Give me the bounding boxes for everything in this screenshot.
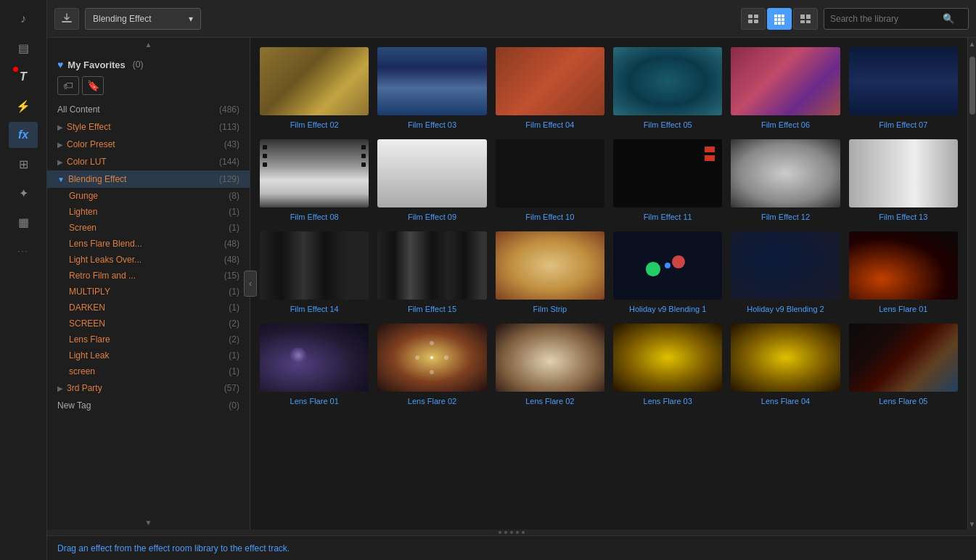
nav-new-tag[interactable]: New Tag (0) <box>47 397 250 414</box>
large-grid-view-button[interactable] <box>793 8 818 30</box>
effect-item-film03[interactable]: Film Effect 03 <box>375 45 488 133</box>
effect-item-lens_flare05[interactable]: Lens Flare 05 <box>847 321 960 409</box>
effect-item-lens_flare01a[interactable]: Lens Flare 01 <box>847 229 960 317</box>
effect-item-holiday_v9_1[interactable]: Holiday v9 Blending 1 <box>611 229 724 317</box>
svg-rect-1 <box>748 15 752 18</box>
effect-item-film04[interactable]: Film Effect 04 <box>493 45 607 133</box>
nav-screen3-count: (1) <box>229 366 239 376</box>
nav-style-effect[interactable]: ▶ Style Effect (113) <box>47 118 250 136</box>
scroll-up-arrow[interactable]: ▲ <box>968 38 976 49</box>
svg-rect-14 <box>800 15 805 19</box>
effect-item-lens_flare03[interactable]: Lens Flare 03 <box>611 321 724 409</box>
effect-item-film09[interactable]: Film Effect 09 <box>375 137 488 225</box>
nav-screen3[interactable]: screen (1) <box>47 363 250 379</box>
effect-item-film11[interactable]: Film Effect 11 <box>611 137 724 225</box>
text-icon[interactable]: T <box>9 64 38 90</box>
effect-label-film13: Film Effect 13 <box>879 211 927 223</box>
table-icon[interactable]: ▦ <box>9 209 38 235</box>
nav-color-preset[interactable]: ▶ Color Preset (43) <box>47 136 250 153</box>
nav-grunge[interactable]: Grunge (8) <box>47 188 250 204</box>
nav-all-content[interactable]: All Content (486) <box>47 101 250 118</box>
nav-retro-film[interactable]: Retro Film and ... (15) <box>47 268 250 284</box>
effect-label-holiday_v9_2: Holiday v9 Blending 2 <box>747 303 824 315</box>
nav-lens-flare-blend[interactable]: Lens Flare Blend... (48) <box>47 236 250 252</box>
scroll-thumb[interactable] <box>969 57 975 115</box>
nav-multiply[interactable]: MULTIPLY (1) <box>47 284 250 300</box>
effect-label-film06: Film Effect 06 <box>761 119 810 131</box>
effect-thumb-holiday_v9_1 <box>613 231 722 300</box>
tag-icon-btn[interactable]: 🏷 <box>57 76 79 95</box>
search-icon[interactable]: 🔍 <box>943 13 954 24</box>
grid-effects-icon[interactable]: ⊞ <box>9 151 38 177</box>
effect-label-film02: Film Effect 02 <box>290 119 339 131</box>
more-icon[interactable]: ··· <box>9 238 38 264</box>
effect-thumb-lens_flare02a <box>377 324 486 392</box>
effect-type-dropdown[interactable]: Blending Effect ▾ <box>85 8 201 30</box>
effect-thumb-filmstrip <box>496 231 604 300</box>
nav-color-lut[interactable]: ▶ Color LUT (144) <box>47 153 250 170</box>
scroll-track[interactable] <box>968 49 976 518</box>
effect-item-lens_flare04[interactable]: Lens Flare 04 <box>729 321 842 409</box>
effect-item-filmstrip[interactable]: Film Strip <box>493 229 607 317</box>
effect-item-lens_flare02b[interactable]: Lens Flare 02 <box>493 321 607 409</box>
effect-item-film14[interactable]: Film Effect 14 <box>258 229 371 317</box>
svg-rect-13 <box>782 22 784 25</box>
content-area: ▲ ♥ My Favorites (0) 🏷 🔖 All Content (48… <box>47 38 976 530</box>
search-input[interactable] <box>830 14 939 24</box>
music-icon[interactable]: ♪ <box>9 6 38 32</box>
panel-scroll-down[interactable]: ▼ <box>145 519 152 527</box>
effect-item-film02[interactable]: Film Effect 02 <box>258 45 371 133</box>
nav-darken[interactable]: DARKEN (1) <box>47 300 250 316</box>
effect-label-filmstrip: Film Strip <box>533 303 567 315</box>
svg-rect-17 <box>806 20 811 23</box>
effect-item-film08[interactable]: Film Effect 08 <box>258 137 371 225</box>
nav-light-leaks[interactable]: Light Leaks Over... (48) <box>47 252 250 268</box>
left-sidebar: ♪ ▤ T ⚡ fx ⊞ ✦ ▦ ··· <box>0 0 47 560</box>
svg-rect-12 <box>778 22 781 25</box>
effect-label-lens_flare05: Lens Flare 05 <box>879 395 927 407</box>
style-effect-arrow: ▶ <box>57 123 63 131</box>
fx-icon[interactable]: fx <box>9 122 38 148</box>
effect-label-film15: Film Effect 15 <box>408 303 456 315</box>
effect-item-film07[interactable]: Film Effect 07 <box>847 45 960 133</box>
effect-item-film13[interactable]: Film Effect 13 <box>847 137 960 225</box>
panel-icons: 🏷 🔖 <box>47 76 250 101</box>
nav-screen[interactable]: Screen (1) <box>47 220 250 236</box>
file-icon[interactable]: ▤ <box>9 35 38 61</box>
nav-lighten[interactable]: Lighten (1) <box>47 204 250 220</box>
effect-item-lens_flare01b[interactable]: Lens Flare 01 <box>258 321 371 409</box>
nav-light-leak-count: (1) <box>229 350 239 361</box>
list-view-button[interactable] <box>741 8 766 30</box>
panel-collapse-button[interactable]: ‹ <box>244 271 257 297</box>
effect-label-film11: Film Effect 11 <box>644 211 692 223</box>
nav-lens-flare2[interactable]: Lens Flare (2) <box>47 332 250 347</box>
nav-screen-label: Screen <box>69 223 97 233</box>
import-button[interactable] <box>54 8 79 30</box>
svg-rect-4 <box>754 20 758 23</box>
nav-3rd-party[interactable]: ▶ 3rd Party (57) <box>47 379 250 397</box>
effect-item-film06[interactable]: Film Effect 06 <box>729 45 842 133</box>
scroll-down-arrow[interactable]: ▼ <box>968 518 976 530</box>
nav-light-leak[interactable]: Light Leak (1) <box>47 347 250 363</box>
nav-screen2[interactable]: SCREEN (2) <box>47 316 250 332</box>
nav-retro-film-count: (15) <box>224 271 239 281</box>
panel-scroll-up[interactable]: ▲ <box>145 41 152 49</box>
nav-color-preset-label: Color Preset <box>67 139 115 149</box>
effect-label-film05: Film Effect 05 <box>644 119 692 131</box>
effect-label-lens_flare01b: Lens Flare 01 <box>290 395 339 407</box>
horizontal-resize-handle[interactable] <box>47 530 976 535</box>
effect-item-film05[interactable]: Film Effect 05 <box>611 45 724 133</box>
nav-blending-effect[interactable]: ▼ Blending Effect (129) <box>47 170 250 188</box>
label-icon-btn[interactable]: 🔖 <box>82 76 104 95</box>
effect-thumb-lens_flare02b <box>496 324 604 392</box>
effect-item-holiday_v9_2[interactable]: Holiday v9 Blending 2 <box>729 229 842 317</box>
effect-item-film10[interactable]: Film Effect 10 <box>493 137 607 225</box>
dropdown-label: Blending Effect <box>93 14 152 24</box>
lightning-icon[interactable]: ⚡ <box>9 93 38 119</box>
effect-item-film12[interactable]: Film Effect 12 <box>729 137 842 225</box>
effect-thumb-lens_flare01b <box>260 324 369 392</box>
effect-item-film15[interactable]: Film Effect 15 <box>375 229 488 317</box>
sparkle-icon[interactable]: ✦ <box>9 180 38 206</box>
effect-item-lens_flare02a[interactable]: Lens Flare 02 <box>375 321 488 409</box>
grid-view-button[interactable] <box>767 8 792 30</box>
